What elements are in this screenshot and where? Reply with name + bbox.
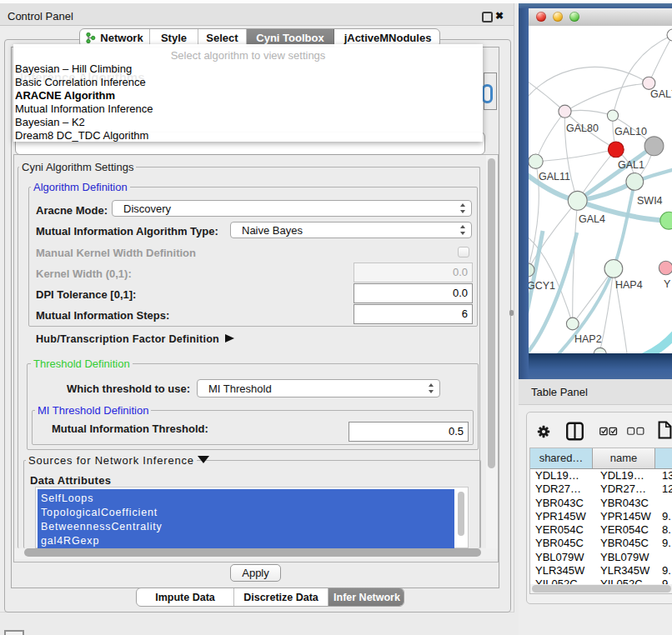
svg-text:HAP4: HAP4 <box>615 279 643 291</box>
svg-text:GAL4: GAL4 <box>579 213 605 225</box>
svg-text:Y: Y <box>664 278 671 290</box>
svg-text:GAL7: GAL7 <box>650 88 672 100</box>
svg-text:GAL10: GAL10 <box>614 126 647 138</box>
svg-text:GCY1: GCY1 <box>529 280 555 292</box>
svg-text:GAL11: GAL11 <box>539 171 570 182</box>
svg-text:GAL1: GAL1 <box>618 159 644 171</box>
svg-text:GAL80: GAL80 <box>566 122 599 134</box>
svg-text:HAP2: HAP2 <box>574 333 602 345</box>
svg-text:SWI4: SWI4 <box>637 195 663 207</box>
